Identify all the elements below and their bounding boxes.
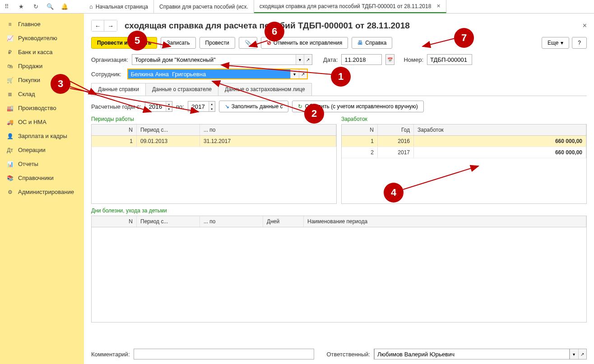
table-row[interactable]: 2 2017 660 000,00 <box>342 147 586 158</box>
refresh-icon: ↻ <box>298 103 302 110</box>
sidebar-item-purchases[interactable]: 🛒Покупки <box>0 73 84 87</box>
print-button[interactable]: 🖶Справка <box>352 37 392 49</box>
sidebar-item-label: Администрирование <box>18 189 74 195</box>
sidebar-item-label: ОС и НМА <box>18 119 46 125</box>
tab-label: сходящая справка для расчета пособий ТДБ… <box>260 3 432 9</box>
sick-grid[interactable]: N Период с... ... по Дней Наименование п… <box>91 216 587 323</box>
open-icon[interactable]: ↗ <box>299 69 307 78</box>
tab-home[interactable]: ⌂ Начальная страница <box>84 0 154 13</box>
date-field[interactable] <box>341 54 382 65</box>
emp-field[interactable]: ▾ ↗ <box>127 69 308 79</box>
spin-up-icon[interactable]: ▲ <box>209 101 215 106</box>
attach-icon: 📎 <box>245 40 251 46</box>
spin-down-icon[interactable]: ▼ <box>209 106 215 111</box>
dt-icon: Дт <box>6 147 14 153</box>
org-field[interactable]: ▾ ↗ <box>132 54 312 65</box>
sidebar-item-hr[interactable]: 👤Зарплата и кадры <box>0 129 84 143</box>
year-from-spinner[interactable]: ▲▼ <box>145 101 172 112</box>
button-label: ? <box>578 40 581 46</box>
sidebar-item-os[interactable]: 🚚ОС и НМА <box>0 115 84 129</box>
sidebar-item-production[interactable]: 🏭Производство <box>0 101 84 115</box>
more-button[interactable]: Еще ▾ <box>542 37 569 49</box>
post-close-button[interactable]: Провести и закрыть <box>91 37 157 49</box>
annotation-bubble-6: 6 <box>265 22 284 41</box>
cell-year: 2017 <box>378 147 414 158</box>
books-icon: 📚 <box>6 175 14 181</box>
sidebar-item-bank[interactable]: ₽Банк и касса <box>0 45 84 59</box>
nav-back-button[interactable]: ← <box>92 20 104 31</box>
earnings-title: Заработок <box>341 116 587 122</box>
factory-icon: 🏭 <box>6 105 14 111</box>
star-icon[interactable]: ★ <box>17 3 25 11</box>
attach-button[interactable]: 📎 <box>239 37 257 49</box>
open-icon[interactable]: ↗ <box>304 55 312 65</box>
apps-icon[interactable]: ⠿ <box>3 3 11 11</box>
sidebar-item-manager[interactable]: 📈Руководителю <box>0 31 84 45</box>
subtab-label: Данные о застрахованном лице <box>225 86 305 92</box>
annotation-bubble-3: 3 <box>51 74 70 94</box>
button-label: Заполнить данные с <box>232 103 283 110</box>
dropdown-icon[interactable]: ▾ <box>570 349 578 359</box>
tab-spravki[interactable]: Справки для расчета пособий (исх. <box>154 0 254 13</box>
sidebar: ≡Главное 📈Руководителю ₽Банк и касса 🛍Пр… <box>0 14 84 364</box>
sidebar-item-reports[interactable]: 📊Отчеты <box>0 157 84 171</box>
resp-field[interactable]: ▾ ↗ <box>374 349 587 359</box>
num-field <box>427 54 472 65</box>
user-icon: 👤 <box>6 133 14 139</box>
dropdown-icon[interactable]: ▾ <box>296 55 304 65</box>
fill-button[interactable]: ↘Заполнить данные с <box>219 101 289 112</box>
sidebar-item-admin[interactable]: ⚙Администрирование <box>0 185 84 199</box>
annotation-bubble-7: 7 <box>454 28 474 48</box>
search-icon[interactable]: 🔍 <box>46 3 54 11</box>
post-button[interactable]: Провести <box>200 37 235 49</box>
tab-data[interactable]: Данные справки <box>91 83 146 96</box>
button-label: Отменить все исправления <box>274 40 343 46</box>
tab-insured[interactable]: Данные о застрахованном лице <box>218 83 312 96</box>
cell-n: 1 <box>342 136 378 147</box>
nav-forward-button[interactable]: → <box>104 20 117 31</box>
sidebar-item-warehouse[interactable]: ≣Склад <box>0 87 84 101</box>
year-to-input[interactable] <box>188 103 209 110</box>
periods-grid[interactable]: N Период с... ... по 1 09.01.2013 31.12.… <box>91 124 337 204</box>
col-n: N <box>92 124 137 135</box>
sidebar-item-label: Банк и касса <box>18 49 53 55</box>
date-input[interactable] <box>342 55 381 65</box>
open-icon[interactable]: ↗ <box>578 349 586 359</box>
year-to-spinner[interactable]: ▲▼ <box>188 101 215 112</box>
print-icon: 🖶 <box>357 40 363 46</box>
table-row[interactable]: 1 09.01.2013 31.12.2017 <box>92 136 336 147</box>
sidebar-item-label: Руководителю <box>18 35 57 41</box>
calendar-icon[interactable]: 📅 <box>385 54 394 65</box>
table-row[interactable]: 1 2016 660 000,00 <box>342 136 586 147</box>
sidebar-item-label: Производство <box>18 105 56 111</box>
write-button[interactable]: Записать <box>161 37 195 49</box>
sick-title: Дни болезни, ухода за детьми <box>91 207 587 214</box>
sidebar-item-refs[interactable]: 📚Справочники <box>0 171 84 185</box>
sidebar-item-label: Отчеты <box>18 161 38 167</box>
sidebar-item-sales[interactable]: 🛍Продажи <box>0 59 84 73</box>
tab-document[interactable]: сходящая справка для расчета пособий ТДБ… <box>254 0 447 13</box>
close-page-icon[interactable]: × <box>583 22 587 30</box>
sidebar-item-ops[interactable]: ДтОперации <box>0 143 84 157</box>
sidebar-item-main[interactable]: ≡Главное <box>0 17 84 31</box>
periods-title: Периоды работы <box>91 116 337 122</box>
dropdown-icon[interactable]: ▾ <box>290 69 298 78</box>
spin-down-icon[interactable]: ▼ <box>166 106 172 111</box>
bell-icon[interactable]: 🔔 <box>60 3 69 11</box>
tab-insurer[interactable]: Данные о страхователе <box>145 83 218 96</box>
help-button[interactable]: ? <box>572 37 587 49</box>
earnings-grid[interactable]: N Год Заработок 1 2016 660 000,00 2 2017… <box>341 124 587 204</box>
col-start: Период с... <box>137 216 200 227</box>
sidebar-item-label: Зарплата и кадры <box>18 133 67 139</box>
emp-input[interactable] <box>128 69 291 78</box>
org-input[interactable] <box>132 55 296 65</box>
cell-end: 31.12.2017 <box>200 136 336 147</box>
close-icon[interactable]: ✕ <box>436 3 441 9</box>
comment-input[interactable] <box>134 349 314 359</box>
year-from-input[interactable] <box>145 103 166 110</box>
years-label: Расчетные годы с: <box>91 103 141 110</box>
sidebar-item-label: Главное <box>18 21 41 28</box>
spin-up-icon[interactable]: ▲ <box>166 101 172 106</box>
resp-input[interactable] <box>374 349 570 359</box>
history-icon[interactable]: ↻ <box>32 3 40 11</box>
